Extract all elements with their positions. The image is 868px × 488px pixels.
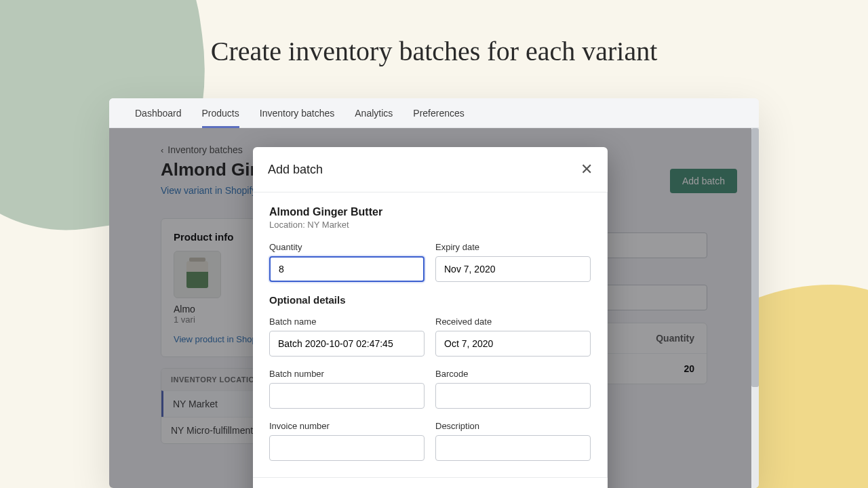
barcode-label: Barcode	[435, 369, 591, 379]
expiry-input[interactable]	[435, 256, 591, 282]
tab-preferences[interactable]: Preferences	[413, 98, 464, 128]
description-input[interactable]	[435, 435, 591, 461]
description-label: Description	[435, 421, 591, 431]
received-date-input[interactable]	[435, 331, 591, 357]
page-headline: Create inventory batches for each varian…	[0, 35, 868, 67]
invoice-number-label: Invoice number	[269, 421, 425, 431]
batch-number-input[interactable]	[269, 383, 425, 409]
modal-product-name: Almond Ginger Butter	[269, 206, 591, 218]
invoice-number-input[interactable]	[269, 435, 425, 461]
optional-heading: Optional details	[269, 294, 591, 306]
batch-name-input[interactable]	[269, 331, 425, 357]
add-batch-modal: Add batch ✕ Almond Ginger Butter Locatio…	[253, 147, 608, 488]
close-icon[interactable]: ✕	[580, 161, 593, 178]
tab-inventory-batches[interactable]: Inventory batches	[260, 98, 335, 128]
batch-number-label: Batch number	[269, 369, 425, 379]
tab-analytics[interactable]: Analytics	[355, 98, 393, 128]
expiry-label: Expiry date	[435, 242, 591, 252]
batch-name-label: Batch name	[269, 317, 425, 327]
tabbar: Dashboard Products Inventory batches Ana…	[109, 98, 759, 128]
tab-products[interactable]: Products	[202, 98, 239, 128]
modal-title: Add batch	[268, 163, 323, 177]
quantity-label: Quantity	[269, 242, 425, 252]
app-window: Dashboard Products Inventory batches Ana…	[109, 98, 759, 488]
scrollbar[interactable]	[751, 128, 759, 488]
tab-dashboard[interactable]: Dashboard	[135, 98, 182, 128]
quantity-input[interactable]	[269, 256, 425, 282]
modal-location: Location: NY Market	[269, 220, 591, 230]
barcode-input[interactable]	[435, 383, 591, 409]
received-date-label: Received date	[435, 317, 591, 327]
